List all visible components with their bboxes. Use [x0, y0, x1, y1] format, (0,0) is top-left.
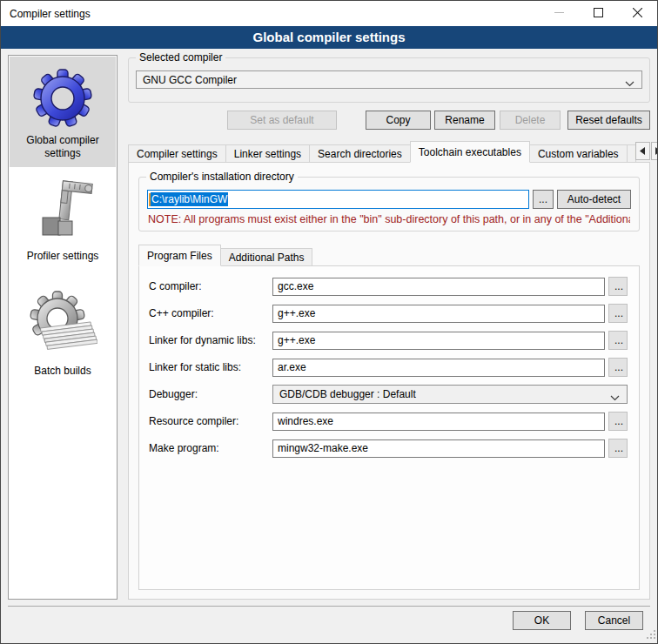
tab-scroll-right-button[interactable] — [651, 142, 658, 160]
compiler-actions: Set as default Copy Rename Delete Reset … — [128, 111, 650, 130]
tab-toolchain-executables[interactable]: Toolchain executables — [410, 141, 530, 163]
cancel-button[interactable]: Cancel — [585, 611, 643, 630]
debugger-label: Debugger: — [149, 388, 272, 400]
maximize-button[interactable] — [579, 1, 618, 26]
caliper-icon — [30, 178, 95, 248]
minimize-button[interactable] — [540, 1, 579, 26]
tab-compiler-settings[interactable]: Compiler settings — [128, 144, 226, 163]
tab-custom-variables[interactable]: Custom variables — [529, 144, 628, 163]
make-program-browse-button[interactable]: ... — [608, 439, 628, 458]
make-program-input[interactable] — [272, 439, 605, 458]
tab-scroll-controls — [635, 142, 658, 160]
minimize-icon — [554, 8, 564, 20]
tab-scroll-left-button[interactable] — [635, 142, 650, 160]
dialog-footer: OK Cancel — [8, 606, 650, 643]
static-linker-label: Linker for static libs: — [149, 361, 272, 373]
installation-directory-group-label: Compiler's installation directory — [146, 171, 298, 183]
selected-compiler-group-label: Selected compiler — [136, 51, 225, 64]
c-compiler-browse-button[interactable]: ... — [608, 277, 628, 296]
settings-category-list: Global compiler settings — [8, 55, 118, 600]
dialog-body: Global compiler settings — [8, 49, 650, 600]
c-compiler-label: C compiler: — [149, 280, 272, 292]
titlebar[interactable]: Compiler settings — [1, 1, 657, 26]
installation-directory-input[interactable]: C:\raylib\MinGW — [147, 190, 529, 209]
installation-directory-group: Compiler's installation directory C:\ray… — [138, 177, 640, 231]
sidebar-item-global-compiler-settings[interactable]: Global compiler settings — [10, 57, 116, 167]
installation-directory-row: C:\raylib\MinGW ... Auto-detect — [147, 190, 631, 209]
cpp-compiler-browse-button[interactable]: ... — [608, 304, 628, 323]
static-linker-row: Linker for static libs: ... — [149, 358, 628, 377]
rename-button[interactable]: Rename — [434, 111, 495, 130]
window-controls — [540, 1, 657, 26]
compiler-select[interactable]: GNU GCC Compiler — [136, 70, 642, 89]
installation-directory-value: C:\raylib\MinGW — [151, 192, 228, 206]
sidebar-item-label: Batch builds — [30, 363, 94, 385]
settings-tabstrip: Compiler settings Linker settings Search… — [128, 141, 650, 163]
c-compiler-row: C compiler: ... — [149, 277, 628, 296]
set-as-default-button[interactable]: Set as default — [227, 111, 337, 130]
cpp-compiler-row: C++ compiler: ... — [149, 304, 628, 323]
debugger-select-value: GDB/CDB debugger : Default — [279, 388, 416, 400]
static-linker-input[interactable] — [272, 359, 605, 377]
toolchain-executables-page: Compiler's installation directory C:\ray… — [128, 162, 650, 600]
close-icon — [633, 8, 642, 20]
resource-compiler-label: Resource compiler: — [149, 415, 272, 427]
window-title: Compiler settings — [1, 8, 91, 20]
resource-compiler-input[interactable] — [272, 413, 605, 431]
blue-gear-icon — [30, 65, 95, 132]
compiler-settings-dialog: Compiler settings Global compiler settin… — [0, 0, 658, 644]
dynamic-linker-input[interactable] — [272, 332, 605, 350]
cpp-compiler-label: C++ compiler: — [149, 307, 272, 319]
tab-additional-paths[interactable]: Additional Paths — [220, 248, 313, 266]
resize-grip-icon[interactable] — [647, 629, 655, 641]
maximize-icon — [594, 8, 603, 20]
ok-button[interactable]: OK — [513, 611, 571, 630]
resource-compiler-browse-button[interactable]: ... — [608, 412, 628, 431]
arrow-left-icon — [640, 144, 645, 158]
tab-search-directories[interactable]: Search directories — [309, 144, 411, 163]
delete-button[interactable]: Delete — [500, 111, 561, 130]
sidebar-item-label: Global compiler settings — [10, 132, 116, 167]
batch-gear-icon — [28, 289, 97, 363]
static-linker-browse-button[interactable]: ... — [608, 358, 628, 377]
dynamic-linker-browse-button[interactable]: ... — [608, 331, 628, 350]
dynamic-linker-row: Linker for dynamic libs: ... — [149, 331, 628, 350]
compiler-select-value: GNU GCC Compiler — [143, 74, 237, 86]
chevron-down-icon — [625, 77, 634, 90]
dynamic-linker-label: Linker for dynamic libs: — [149, 334, 272, 346]
bin-subdirectory-note: NOTE: All programs must exist either in … — [148, 213, 630, 225]
auto-detect-button[interactable]: Auto-detect — [557, 190, 631, 209]
make-program-label: Make program: — [149, 442, 272, 454]
page-title: Global compiler settings — [1, 26, 657, 49]
chevron-down-icon — [610, 392, 620, 404]
c-compiler-input[interactable] — [272, 278, 605, 296]
close-button[interactable] — [618, 1, 657, 26]
debugger-row: Debugger: GDB/CDB debugger : Default — [149, 385, 628, 404]
cpp-compiler-input[interactable] — [272, 305, 605, 323]
sidebar-item-profiler-settings[interactable]: Profiler settings — [10, 167, 116, 270]
program-files-page: C compiler: ... C++ compiler: ... Linker… — [138, 265, 640, 590]
reset-defaults-button[interactable]: Reset defaults — [567, 111, 650, 130]
selected-compiler-group: Selected compiler GNU GCC Compiler — [128, 57, 650, 103]
resource-compiler-row: Resource compiler: ... — [149, 412, 628, 431]
tab-linker-settings[interactable]: Linker settings — [225, 144, 310, 163]
sidebar-item-label: Profiler settings — [24, 248, 103, 270]
main-panel: Selected compiler GNU GCC Compiler Set a… — [128, 55, 650, 600]
make-program-row: Make program: ... — [149, 439, 628, 458]
sidebar-item-batch-builds[interactable]: Batch builds — [10, 270, 116, 385]
toolchain-subtabs: Program Files Additional Paths — [138, 245, 640, 266]
installation-directory-browse-button[interactable]: ... — [533, 190, 554, 209]
debugger-select[interactable]: GDB/CDB debugger : Default — [272, 385, 628, 404]
tab-program-files[interactable]: Program Files — [138, 245, 221, 266]
copy-button[interactable]: Copy — [366, 111, 431, 130]
